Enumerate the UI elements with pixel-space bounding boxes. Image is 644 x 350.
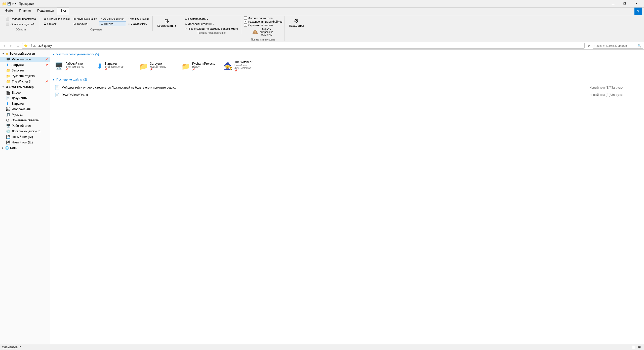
qat-undo[interactable]: ↩ [12, 2, 14, 6]
show-hide-rows: Флажки элементов ✓ Расширения имён файло… [244, 16, 283, 27]
hide-selected-icon: 🙈 [252, 29, 258, 35]
sidebar-section-quick-access[interactable]: ▼ ★ Быстрый доступ [0, 51, 50, 57]
checkbox-extensions[interactable]: ✓ [244, 20, 247, 23]
address-path[interactable]: ⭐ › Быстрый доступ [22, 43, 585, 49]
file-name-1: Мой друг гей и он этого стесняется.Пожал… [62, 86, 587, 89]
folder-tile-downloads1[interactable]: ⬇ Загрузки Этот компьютер 📌 [95, 59, 135, 74]
sidebar-item-documents[interactable]: 📄 Документы [0, 95, 50, 101]
btn-params[interactable]: ⚙ Параметры [287, 16, 306, 28]
btn-list[interactable]: ☰ Список [42, 21, 71, 26]
btn-add-columns[interactable]: ⊕ Добавить столбцы ▼ [183, 21, 240, 26]
tab-share[interactable]: Поделиться [34, 8, 57, 15]
btn-huge-icons[interactable]: ▦ Огромные значки [42, 16, 71, 21]
sidebar-item-images[interactable]: 🖼 Изображения [0, 106, 50, 112]
sidebar-section-thispc[interactable]: ▼ 🖥 Этот компьютер [0, 84, 50, 90]
sidebar-item-drive-d[interactable]: 💾 Новый том (D:) [0, 134, 50, 140]
btn-large-icons[interactable]: ⊞ Крупные значки [72, 16, 99, 21]
titlebar-title: Проводник [19, 2, 607, 6]
sidebar-item-music[interactable]: 🎵 Музыка [0, 112, 50, 118]
large-icons-label: Крупные значки [77, 17, 97, 20]
group-structure: ▦ Огромные значки ⊞ Крупные значки ▪ Обы… [40, 16, 153, 31]
view-btn-tiles[interactable]: ⊞ [637, 345, 642, 350]
sidebar-item-pycharm[interactable]: 📁 PycharmProjects [0, 73, 50, 79]
music-icon: 🎵 [6, 113, 10, 117]
section-recent-files[interactable]: ▼ Последние файлы (2) [52, 77, 642, 83]
tab-view[interactable]: Вид [57, 8, 69, 15]
qat-down[interactable]: ▼ [15, 3, 17, 5]
main-layout: ▼ ★ Быстрый доступ 🖥️ Рабочий стол 📌 ⬇ З… [0, 50, 644, 350]
path-text: Быстрый доступ [30, 44, 53, 48]
folder-tile-pycharm[interactable]: 📁 PycharmProjects Happy 📌 [179, 59, 219, 74]
tab-file[interactable]: Файл [2, 8, 16, 15]
btn-fit-columns[interactable]: ↔ Все столбцы по размеру содержимого [183, 26, 240, 31]
sidebar-item-desktop2[interactable]: 🖥️ Рабочий стол [0, 123, 50, 129]
btn-hide-selected[interactable]: 🙈 Скрыть выбранные элементы [251, 27, 276, 38]
downloads2-label: Загрузки [12, 69, 24, 72]
sidebar-item-downloads2[interactable]: 📁 Загрузки [0, 68, 50, 73]
documents-label: Документы [12, 96, 27, 100]
view-btn-list[interactable]: ☰ [631, 345, 636, 350]
btn-group-by[interactable]: ⊞ Группировать ▼ [183, 16, 240, 21]
tab-home[interactable]: Главная [16, 8, 34, 15]
file-location-2: Новый том (E:)\Загрузки [589, 93, 640, 97]
folder-info-witcher: The Witcher 3 Новый том (D:)...\common 📌 [234, 60, 259, 72]
desktop-folder-icon: 🖥️ [6, 57, 10, 61]
checkbox-hidden[interactable]: ✓ [244, 23, 247, 27]
content-icon: ≡ [128, 22, 130, 25]
search-box[interactable]: 🔍 [593, 43, 643, 49]
recent-files-header: Последние файлы (2) [56, 78, 87, 81]
sidebar-item-desktop[interactable]: 🖥️ Рабочий стол 📌 [0, 57, 50, 62]
checkbox-item-flags[interactable] [244, 16, 247, 20]
group-sort: ⇅ Сортировать ▼ [153, 16, 181, 31]
btn-details-area[interactable]: ⬜ Область сведений [4, 22, 38, 27]
search-input[interactable] [594, 44, 636, 47]
table-icon: ⊟ [73, 22, 76, 25]
close-button[interactable]: ✕ [630, 0, 642, 8]
btn-normal-icons[interactable]: ▪ Обычные значки [99, 16, 126, 21]
sidebar-item-video[interactable]: 🎬 Видео [0, 90, 50, 95]
btn-preview-area[interactable]: ⬜ Область просмотра [4, 16, 38, 21]
folder-tile-downloads2[interactable]: 📁 Загрузки Новый том (E:) 📌 [137, 59, 177, 74]
folder-tile-witcher[interactable]: 🧙 The Witcher 3 Новый том (D:)...\common… [221, 59, 262, 74]
sidebar: ▼ ★ Быстрый доступ 🖥️ Рабочий стол 📌 ⬇ З… [0, 50, 50, 350]
folder-icon-witcher: 🧙 [224, 62, 232, 70]
qat-save[interactable]: 💾 [7, 2, 11, 6]
btn-small-icons[interactable]: · Мелкие значки [126, 16, 150, 21]
minimize-button[interactable]: — [607, 0, 619, 8]
group-params: ⚙ Параметры [285, 16, 308, 31]
images-label: Изображения [12, 107, 30, 111]
desktop2-icon: 🖥️ [6, 124, 10, 128]
nav-refresh[interactable]: ↻ [586, 43, 592, 49]
help-button[interactable]: ? [634, 8, 642, 15]
folder-loc-pycharm: Happy [192, 65, 215, 68]
btn-table[interactable]: ⊟ Таблица [72, 21, 99, 26]
folder-pin-downloads1: 📌 [105, 68, 124, 71]
sidebar-item-drive-e[interactable]: 💾 Новый том (E:) [0, 140, 50, 145]
section-frequent-folders[interactable]: ▼ Часто используемые папки (5) [52, 52, 642, 58]
restore-button[interactable]: ❐ [619, 0, 630, 8]
sidebar-item-3d[interactable]: ⬡ Объемные объекты [0, 118, 50, 123]
nav-up[interactable]: ▲ [15, 43, 21, 49]
fit-columns-icon: ↔ [185, 27, 188, 30]
folder-tile-desktop[interactable]: 🖥️ Рабочий стол Этот компьютер 📌 [52, 59, 93, 74]
show-hide-content: Флажки элементов ✓ Расширения имён файло… [244, 16, 283, 27]
list-icon: ☰ [44, 22, 46, 25]
btn-tile[interactable]: ⊡ Плитка [99, 21, 126, 26]
addressbar: ◄ ► ▲ ⭐ › Быстрый доступ ↻ 🔍 [0, 42, 644, 50]
btn-content[interactable]: ≡ Содержимое [126, 21, 150, 26]
folder-pin-downloads2: 📌 [150, 68, 167, 71]
areas-rows: ⬜ Область просмотра ⬜ Область сведений [4, 16, 38, 27]
sidebar-item-drive-c[interactable]: 💿 Локальный диск (C:) [0, 129, 50, 134]
file-row-2[interactable]: 📄 DAWDADAWDA.txt Новый том (E:)\Загрузки [52, 91, 642, 98]
sidebar-section-network[interactable]: ► 🌐 Сеть [0, 145, 50, 151]
file-row-1[interactable]: 📄 Мой друг гей и он этого стесняется.Пож… [52, 84, 642, 91]
sidebar-item-downloads3[interactable]: ⬇ Загрузки [0, 101, 50, 106]
btn-sort[interactable]: ⇅ Сортировать ▼ [155, 16, 179, 28]
sidebar-item-witcher[interactable]: 📁 The Witcher 3 📌 [0, 79, 50, 84]
video-icon: 🎬 [6, 91, 10, 95]
downloads2-icon: 📁 [6, 68, 10, 72]
sidebar-item-downloads1[interactable]: ⬇ Загрузки 📌 [0, 62, 50, 68]
drive-c-icon: 💿 [6, 129, 10, 133]
group-structure-label: Структура [90, 28, 102, 31]
images-icon: 🖼 [6, 107, 10, 111]
